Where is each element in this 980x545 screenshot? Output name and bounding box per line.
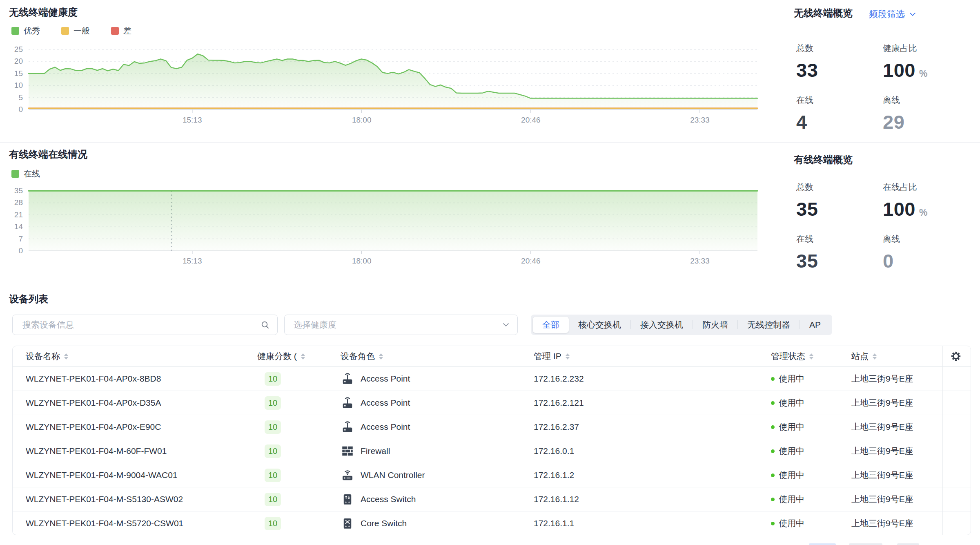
ap-device-icon [341, 372, 354, 386]
status-dot-icon [771, 474, 775, 477]
tab-filter[interactable]: 核心交换机 [569, 317, 630, 333]
section-divider [0, 142, 980, 143]
table-row[interactable]: WLZYNET-PEK01-F04-M-9004-WAC0110WLAN Con… [13, 463, 971, 487]
network-dashboard: 无线终端健康度 优秀一般差 有线终端在线情况 在线 无线终端概览 频段筛选 总数… [0, 0, 980, 545]
firewall-device-icon [341, 444, 354, 458]
stat-count: 在线35 [796, 233, 883, 272]
health-score-badge: 10 [265, 517, 281, 530]
sort-icon[interactable] [566, 353, 570, 360]
tab-all[interactable]: 全部 [533, 317, 569, 333]
management-status: 使用中 [771, 469, 851, 481]
device-name: WLZYNET-PEK01-F04-AP0x-D35A [26, 398, 257, 408]
status-dot-icon [771, 425, 775, 429]
device-role-cell: WLAN Controller [341, 468, 534, 482]
device-search-box[interactable] [12, 315, 278, 335]
tab-filter[interactable]: AP [800, 317, 830, 333]
management-ip: 172.16.1.1 [534, 518, 771, 528]
column-settings-gear-icon[interactable] [950, 351, 962, 362]
pagination-fragment[interactable] [809, 543, 836, 545]
chevron-down-icon [502, 321, 510, 329]
management-status: 使用中 [771, 421, 851, 433]
site-name: 上地三街9号E座 [851, 397, 942, 409]
chevron-down-icon [909, 10, 917, 18]
tab-filter[interactable]: 接入交换机 [631, 317, 693, 333]
table-row[interactable]: WLZYNET-PEK01-F04-M-S5720-CSW0110Core Sw… [13, 511, 971, 535]
table-row[interactable]: WLZYNET-PEK01-F04-AP0x-E90C10Access Poin… [13, 415, 971, 439]
management-ip: 172.16.0.1 [534, 446, 771, 456]
health-score-badge: 10 [265, 420, 281, 434]
section-divider [0, 285, 980, 285]
stat-count: 总数35 [796, 181, 883, 220]
y-axis-tick-label: 25 [0, 45, 23, 54]
column-header-sort[interactable]: 管理状态 [771, 351, 851, 362]
wireless-health-chart [29, 41, 757, 116]
device-role-cell: Firewall [341, 444, 534, 458]
management-ip: 172.16.2.37 [534, 422, 771, 432]
column-header-sort[interactable]: 健康分数 ( [257, 351, 341, 362]
status-dot-icon [771, 522, 775, 525]
tab-filter[interactable]: 防火墙 [693, 317, 737, 333]
legend-item: 优秀 [11, 25, 40, 36]
pagination-fragment[interactable] [897, 543, 919, 545]
y-axis-tick-label: 0 [0, 105, 23, 114]
management-ip: 172.16.1.12 [534, 494, 771, 504]
x-axis-tick-label: 18:00 [342, 116, 381, 125]
status-dot-icon [771, 449, 775, 453]
column-header-sort[interactable]: 站点 [851, 351, 942, 362]
stat-value: 35 [796, 198, 883, 220]
stat-value: 0 [883, 250, 973, 272]
health-score-cell: 10 [257, 396, 341, 410]
column-header-sort[interactable]: 管理 IP [534, 351, 771, 362]
csw-device-icon [341, 516, 354, 530]
wireless-health-title: 无线终端健康度 [9, 6, 78, 19]
pagination-fragment[interactable] [849, 543, 882, 545]
site-name: 上地三街9号E座 [851, 373, 942, 384]
column-header-sort[interactable]: 设备名称 [26, 351, 257, 362]
management-status: 使用中 [771, 518, 851, 529]
table-row[interactable]: WLZYNET-PEK01-F04-AP0x-D35A10Access Poin… [13, 391, 971, 415]
device-name: WLZYNET-PEK01-F04-M-9004-WAC01 [26, 470, 257, 480]
search-icon[interactable] [260, 320, 270, 330]
sort-icon[interactable] [64, 353, 68, 360]
health-score-cell: 10 [257, 372, 341, 386]
x-axis-tick-label: 20:46 [511, 257, 550, 266]
wireless-overview-stats: 总数33健康占比100%在线4离线29 [796, 42, 973, 133]
stat-count: 总数33 [796, 42, 883, 81]
legend-item: 差 [111, 25, 131, 36]
stat-label: 离线 [883, 233, 973, 245]
wired-online-title: 有线终端在线情况 [9, 148, 87, 161]
sort-icon[interactable] [379, 353, 383, 360]
stat-value: 100% [883, 59, 973, 81]
wireless-health-chart-svg [29, 41, 757, 114]
column-header-sort[interactable]: 设备角色 [341, 351, 534, 362]
table-row[interactable]: WLZYNET-PEK01-F04-M-60F-FW0110Firewall17… [13, 439, 971, 463]
device-name: WLZYNET-PEK01-F04-AP0x-E90C [26, 422, 257, 432]
sort-icon[interactable] [809, 353, 813, 360]
device-name: WLZYNET-PEK01-F04-AP0x-8BD8 [26, 374, 257, 384]
stat-value: 4 [796, 111, 883, 133]
health-score-badge: 10 [265, 493, 281, 506]
stat-value: 100% [883, 198, 973, 220]
tab-filter[interactable]: 无线控制器 [738, 317, 800, 333]
device-role-cell: Access Switch [341, 492, 534, 506]
device-search-input[interactable] [22, 319, 260, 330]
site-name: 上地三街9号E座 [851, 494, 942, 505]
table-row[interactable]: WLZYNET-PEK01-F04-AP0x-8BD810Access Poin… [13, 367, 971, 391]
stat-label: 总数 [796, 42, 883, 54]
health-score-cell: 10 [257, 420, 341, 434]
device-role-cell: Access Point [341, 420, 534, 434]
device-table-header: 设备名称健康分数 (设备角色管理 IP管理状态站点 [13, 346, 971, 367]
wireless-overview-title: 无线终端概览 [794, 7, 853, 20]
stat-label: 离线 [883, 94, 973, 106]
health-select[interactable]: 选择健康度 [284, 315, 518, 335]
stat-label: 在线 [796, 233, 883, 245]
device-role-cell: Core Switch [341, 516, 534, 530]
y-axis-tick-label: 14 [0, 222, 23, 231]
band-filter-button[interactable]: 频段筛选 [869, 8, 917, 20]
table-row[interactable]: WLZYNET-PEK01-F04-M-S5130-ASW0210Access … [13, 487, 971, 511]
stat-value: 29 [883, 111, 973, 133]
sort-icon[interactable] [873, 353, 877, 360]
sort-icon[interactable] [301, 353, 305, 360]
management-status: 使用中 [771, 494, 851, 505]
wired-online-chart [29, 186, 757, 257]
